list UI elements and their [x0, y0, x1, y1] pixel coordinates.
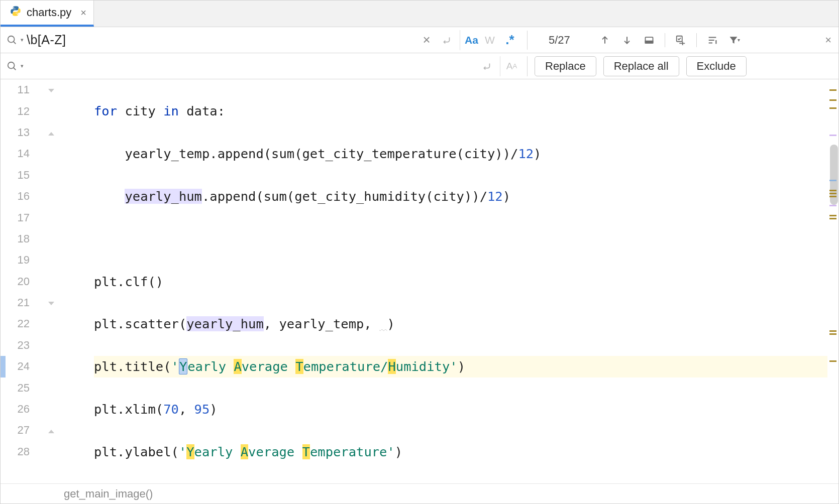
marker[interactable]: [829, 215, 836, 216]
match-count: 5/27: [549, 34, 570, 47]
search-newline-icon[interactable]: [437, 30, 457, 50]
svg-point-7: [8, 62, 15, 68]
marker[interactable]: [829, 333, 836, 335]
replace-all-button[interactable]: Replace all: [603, 56, 679, 76]
exclude-button[interactable]: Exclude: [686, 56, 747, 76]
line-number: 14: [1, 143, 59, 164]
prev-match-icon[interactable]: [595, 31, 614, 50]
marker[interactable]: [829, 135, 836, 136]
fold-close-icon[interactable]: [47, 128, 56, 137]
line-number: 27: [1, 420, 59, 441]
gutter: 11 12 13 14 15 16 17 18 19 20 21 22 23 2…: [1, 79, 59, 483]
marker[interactable]: [829, 193, 836, 194]
replace-bar: ▾ AA Replace Replace all Exclude: [1, 53, 838, 79]
marker[interactable]: [829, 107, 836, 109]
python-icon: [10, 5, 22, 20]
code-editor[interactable]: 11 12 13 14 15 16 17 18 19 20 21 22 23 2…: [1, 79, 838, 483]
replace-button[interactable]: Replace: [535, 56, 596, 76]
marker[interactable]: [829, 196, 836, 197]
line-number: 26: [1, 399, 59, 420]
line-number: 23: [1, 335, 59, 356]
show-filter-lines-icon[interactable]: [703, 31, 722, 50]
code-line[interactable]: plt.clf(): [94, 271, 838, 292]
regex-toggle[interactable]: .*: [500, 30, 520, 50]
fold-close-icon[interactable]: [47, 426, 56, 435]
code-area[interactable]: for city in data: yearly_temp.append(sum…: [59, 79, 838, 483]
svg-line-8: [14, 67, 16, 70]
marker-strip[interactable]: [827, 79, 838, 483]
replace-icon[interactable]: [7, 61, 18, 72]
marker[interactable]: [829, 360, 836, 362]
find-input[interactable]: [27, 33, 416, 47]
marker[interactable]: [829, 89, 836, 91]
marker[interactable]: [829, 205, 836, 206]
match-case-toggle[interactable]: Aa: [460, 30, 480, 50]
svg-rect-5: [645, 41, 653, 43]
line-number: [1, 462, 59, 483]
line-number: 18: [1, 228, 59, 249]
code-line[interactable]: for city in data:: [94, 100, 838, 121]
line-number: 19: [1, 249, 59, 271]
clear-search-icon[interactable]: ×: [416, 30, 437, 50]
fold-open-icon[interactable]: [47, 298, 56, 307]
tab-strip: charts.py ×: [1, 1, 838, 27]
code-line[interactable]: yearly_temp.append(sum(get_city_temperat…: [94, 143, 838, 164]
preserve-case-toggle[interactable]: AA: [500, 56, 520, 76]
line-number: 11: [1, 79, 59, 100]
fold-open-icon[interactable]: [47, 85, 56, 94]
replace-history-dropdown-icon[interactable]: ▾: [21, 63, 24, 69]
separator: [665, 33, 665, 47]
separator: [696, 33, 697, 47]
line-number: 28: [1, 441, 59, 462]
line-number: 16: [1, 186, 59, 207]
code-line[interactable]: plt.ylabel('Yearly Average Temperature'): [94, 441, 838, 462]
line-number: 15: [1, 165, 59, 186]
breadcrumb-bar[interactable]: get_main_image(): [1, 483, 838, 503]
svg-point-2: [8, 36, 15, 42]
tab-close-icon[interactable]: ×: [80, 7, 86, 19]
svg-point-1: [17, 14, 18, 15]
search-icon[interactable]: [7, 35, 18, 46]
find-bar: ▾ × Aa W .* 5/27 ▾ ×: [1, 27, 838, 53]
replace-newline-icon[interactable]: [477, 56, 497, 76]
line-number: 25: [1, 377, 59, 398]
code-line[interactable]: plt.xlim(70, 95): [94, 399, 838, 420]
svg-point-0: [13, 7, 14, 8]
next-match-icon[interactable]: [617, 31, 637, 50]
marker[interactable]: [829, 330, 836, 332]
svg-line-3: [14, 41, 16, 44]
line-number: 20: [1, 271, 59, 292]
line-number: 13: [1, 122, 59, 143]
line-number: 21: [1, 292, 59, 313]
select-all-occurrences-icon[interactable]: [671, 31, 690, 50]
line-number: 22: [1, 313, 59, 334]
line-number: 17: [1, 207, 59, 228]
code-line[interactable]: yearly_hum.append(sum(get_city_humidity(…: [94, 186, 838, 207]
line-number: 12: [1, 100, 59, 121]
close-find-icon[interactable]: ×: [825, 34, 831, 47]
replace-input[interactable]: [27, 59, 477, 73]
tab-charts-py[interactable]: charts.py ×: [1, 1, 94, 27]
code-line[interactable]: plt.scatter(yearly_hum, yearly_temp, ): [94, 313, 838, 334]
code-line[interactable]: plt.title('Yearly Average Temperature/Hu…: [94, 356, 838, 377]
whole-words-toggle[interactable]: W: [480, 30, 500, 50]
breadcrumb-function[interactable]: get_main_image(): [64, 487, 153, 500]
tab-filename: charts.py: [27, 6, 71, 19]
code-line[interactable]: [94, 228, 838, 249]
filter-icon[interactable]: ▾: [725, 31, 744, 50]
open-in-window-icon[interactable]: [640, 31, 659, 50]
marker[interactable]: [829, 190, 836, 191]
line-number: 24: [1, 356, 59, 377]
search-history-dropdown-icon[interactable]: ▾: [21, 37, 24, 43]
marker[interactable]: [829, 218, 836, 219]
marker[interactable]: [829, 99, 836, 101]
marker[interactable]: [829, 180, 836, 181]
